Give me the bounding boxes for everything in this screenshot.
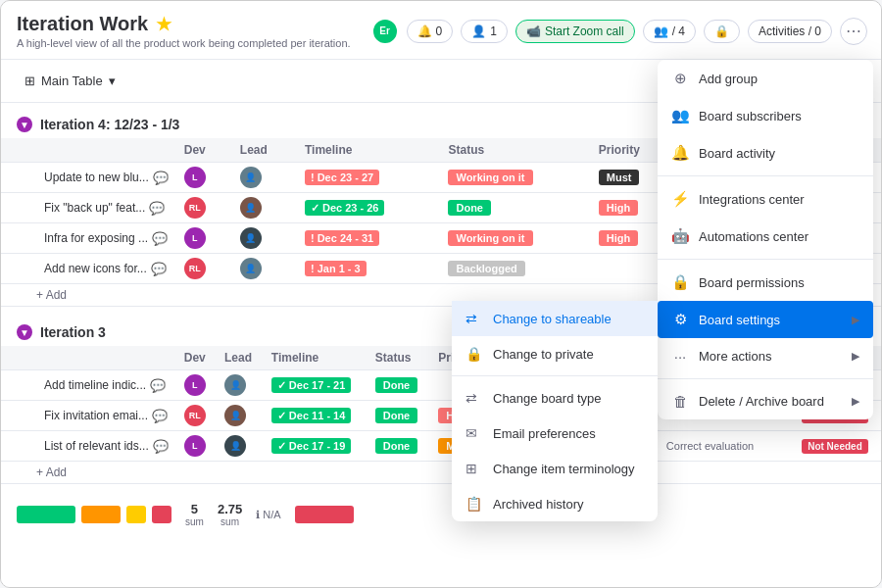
- submenu-item-change-private[interactable]: 🔒 Change to private: [452, 336, 658, 371]
- menu-divider2: [658, 259, 873, 260]
- priority-tag: High: [599, 200, 638, 216]
- dev-cell: L: [176, 223, 232, 254]
- team-count: / 4: [672, 24, 685, 38]
- team-icon: 👥: [654, 24, 668, 38]
- zoom-btn[interactable]: 📹 Start Zoom call: [515, 20, 635, 43]
- header-actions: Er 🔔 0 👤 1 📹 Start Zoom call 👥 / 4: [371, 18, 867, 45]
- group1-title: Iteration 4: 12/23 - 1/3: [40, 117, 179, 132]
- lead-avatar: 👤: [224, 374, 246, 396]
- submenu-divider1: [452, 375, 658, 376]
- more-btn[interactable]: ⋯: [840, 18, 867, 45]
- sum1-value: 5: [191, 502, 198, 516]
- status-cell: Working on it: [440, 163, 590, 193]
- notif-person-btn[interactable]: 👤 1: [461, 20, 508, 43]
- submenu-item-archived-history[interactable]: 📋 Archived history: [452, 486, 658, 521]
- menu-item-more-actions[interactable]: ··· More actions ▶: [658, 338, 873, 374]
- more-actions-icon: ···: [671, 348, 689, 365]
- submenu-item-email-pref[interactable]: ✉ Email preferences: [452, 416, 658, 451]
- menu-item-board-settings[interactable]: ⚙ Board settings ▶ ⇄ Change to shareable…: [658, 301, 873, 338]
- comment-icon: 💬: [150, 378, 166, 393]
- status-cell: Backlogged: [440, 254, 590, 284]
- table-selector[interactable]: ⊞ Main Table ▾: [17, 70, 123, 92]
- status-tag: Done: [375, 408, 418, 423]
- timeline-cell: ! Jan 1 - 3: [297, 254, 441, 284]
- add-group-icon: ⊕: [671, 70, 689, 87]
- avatar: Er: [371, 18, 399, 45]
- not-needed-tag: Not Needed: [802, 439, 868, 454]
- menu-item-delete-archive[interactable]: 🗑 Delete / Archive board ▶: [658, 383, 873, 419]
- submenu-item-item-terminology[interactable]: ⊞ Change item terminology: [452, 451, 658, 486]
- permissions-label: Board permissions: [699, 275, 805, 290]
- sum-bar-green: [17, 506, 75, 523]
- col-lead: Lead: [232, 138, 297, 163]
- table-row: List of relevant ids... 💬 L 👤 ✓ Dec 17 -…: [1, 431, 882, 462]
- dev-avatar: L: [184, 435, 206, 457]
- lead-avatar: 👤: [240, 258, 262, 279]
- group1-dot: ▼: [17, 117, 32, 132]
- email-pref-icon: ✉: [466, 425, 483, 441]
- shareable-label: Change to shareable: [493, 312, 612, 326]
- lead-cell: 👤: [217, 370, 264, 401]
- col-dev2: Dev: [176, 346, 217, 370]
- lead-cell: 👤: [217, 401, 264, 431]
- status-tag: Done: [375, 377, 418, 393]
- lead-avatar: 👤: [224, 405, 246, 426]
- automations-label: Automations center: [699, 229, 808, 244]
- chevron-down-icon: ▾: [109, 74, 116, 88]
- menu-divider3: [658, 378, 873, 379]
- item-name: List of relevant ids...: [44, 439, 149, 453]
- header: Iteration Work ★ A high-level view of al…: [1, 1, 882, 60]
- integrations-label: Integrations center: [699, 192, 805, 207]
- col-dev: Dev: [176, 138, 232, 163]
- star-icon[interactable]: ★: [156, 14, 172, 35]
- board-title-row: Iteration Work ★: [17, 13, 351, 35]
- submenu-item-change-board-type[interactable]: ⇄ Change board type: [452, 380, 658, 416]
- menu-item-board-activity[interactable]: 🔔 Board activity: [658, 134, 873, 172]
- col-name: [1, 138, 176, 163]
- menu-item-board-subscribers[interactable]: 👥 Board subscribers: [658, 97, 873, 134]
- timeline-tag: ✓ Dec 17 - 19: [271, 438, 352, 454]
- col-status: Status: [440, 138, 590, 163]
- menu-item-add-group[interactable]: ⊕ Add group: [658, 60, 873, 97]
- dev-avatar: L: [184, 227, 206, 249]
- status-cell: Done: [440, 193, 590, 223]
- timeline-tag: ! Dec 23 - 27: [305, 170, 379, 185]
- menu-item-integrations[interactable]: ⚡ Integrations center: [658, 180, 873, 218]
- sum-bar-red2: [295, 506, 354, 523]
- item-name: Update to new blu...: [44, 171, 149, 184]
- add-group-label: Add group: [699, 72, 758, 86]
- submenu: ⇄ Change to shareable 🔒 Change to privat…: [452, 301, 658, 521]
- lock-btn[interactable]: 🔒: [704, 20, 740, 43]
- add-row[interactable]: + Add: [1, 462, 882, 484]
- dev-cell: RL: [176, 401, 217, 431]
- settings-icon: ⚙: [671, 311, 689, 328]
- activity-label: Board activity: [699, 146, 775, 161]
- person-icon: 👤: [471, 24, 486, 38]
- table-icon: ⊞: [24, 74, 35, 88]
- submenu-item-change-shareable[interactable]: ⇄ Change to shareable: [452, 301, 658, 336]
- sum1-block: 5 sum: [185, 502, 204, 527]
- delete-label: Delete / Archive board: [699, 394, 824, 409]
- status-tag: Backlogged: [448, 261, 524, 276]
- team-btn[interactable]: 👥 / 4: [643, 20, 696, 43]
- subscribers-label: Board subscribers: [699, 109, 802, 123]
- comment-icon: 💬: [153, 171, 169, 185]
- info-label: ℹ N/A: [256, 509, 280, 521]
- item-name-cell: Fix "back up" feat... 💬: [1, 193, 176, 223]
- menu-item-automations[interactable]: 🤖 Automations center: [658, 218, 873, 255]
- dev-cell: RL: [176, 254, 232, 284]
- lead-cell: 👤: [232, 223, 297, 254]
- item-name-cell: List of relevant ids... 💬: [1, 431, 176, 462]
- sum-bar-yellow: [126, 506, 146, 523]
- dev-cell: L: [176, 431, 217, 462]
- activities-btn[interactable]: Activities / 0: [748, 20, 832, 43]
- notif-bell-btn[interactable]: 🔔 0: [407, 20, 454, 43]
- sum2-block: 2.75 sum: [218, 502, 242, 527]
- more-actions-label: More actions: [699, 349, 771, 364]
- dev-cell: L: [176, 370, 217, 401]
- lock-icon: 🔒: [714, 24, 729, 38]
- zoom-icon: 📹: [526, 24, 541, 38]
- menu-item-board-permissions[interactable]: 🔒 Board permissions: [658, 264, 873, 301]
- status-tag: Working on it: [448, 170, 532, 185]
- table-name: Main Table: [41, 74, 103, 88]
